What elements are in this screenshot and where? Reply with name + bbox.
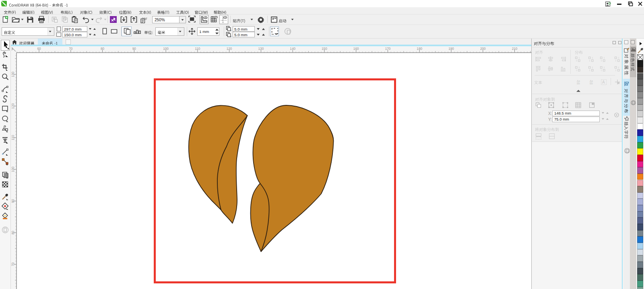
svg-text:190: 190 — [448, 47, 454, 51]
svg-text:70: 70 — [11, 262, 15, 266]
svg-text:160: 160 — [353, 47, 359, 51]
svg-text:110: 110 — [195, 47, 200, 51]
svg-text:200: 200 — [480, 47, 486, 51]
svg-text:100: 100 — [11, 166, 15, 172]
svg-text:120: 120 — [227, 47, 232, 51]
svg-text:80: 80 — [101, 47, 105, 51]
svg-text:80: 80 — [11, 231, 15, 235]
svg-text:Bb: Bb — [577, 82, 580, 85]
svg-text:130: 130 — [11, 72, 15, 77]
svg-text:130: 130 — [258, 47, 264, 51]
svg-text:90: 90 — [132, 47, 136, 51]
svg-text:180: 180 — [417, 47, 422, 51]
svg-text:210: 210 — [512, 47, 518, 51]
svg-text:A: A — [602, 80, 605, 84]
svg-text:110: 110 — [11, 135, 15, 140]
svg-text:x: x — [230, 29, 231, 31]
svg-text:70: 70 — [69, 47, 73, 51]
svg-text:120: 120 — [11, 103, 15, 109]
svg-text:170: 170 — [385, 47, 391, 51]
svg-text:y: y — [230, 35, 231, 37]
svg-text:150: 150 — [322, 47, 327, 51]
svg-text:100: 100 — [163, 47, 169, 51]
svg-text:140: 140 — [290, 47, 295, 51]
svg-text:Bb: Bb — [590, 82, 593, 85]
svg-text:60: 60 — [37, 47, 41, 51]
svg-text:90: 90 — [11, 199, 15, 203]
